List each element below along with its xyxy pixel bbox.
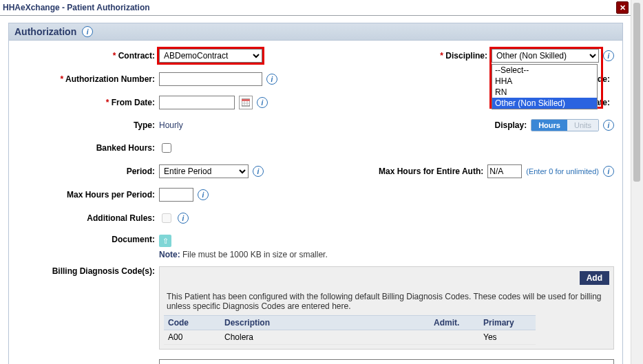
col-primary: Primary: [479, 316, 536, 330]
cell-code: A00: [164, 330, 220, 345]
col-code: Code: [164, 316, 220, 330]
diag-box: Add This Patient has been configured wit…: [159, 266, 614, 350]
info-icon[interactable]: i: [253, 166, 264, 177]
period-select[interactable]: Entire Period: [159, 164, 249, 178]
discipline-dropdown-list[interactable]: --Select-- HHA RN Other (Non Skilled): [492, 64, 598, 109]
discipline-option[interactable]: HHA: [492, 76, 597, 87]
add-button[interactable]: Add: [580, 271, 609, 285]
addrules-checkbox: [162, 213, 171, 223]
info-icon[interactable]: i: [266, 74, 277, 85]
display-hours[interactable]: Hours: [531, 120, 567, 131]
addrules-label: Additional Rules:: [17, 213, 159, 223]
maxentire-input: [487, 164, 522, 178]
discipline-select[interactable]: Other (Non Skilled): [492, 49, 599, 63]
fromdate-input[interactable]: [159, 96, 235, 109]
table-row: A00 Cholera Yes: [164, 330, 536, 345]
info-icon[interactable]: i: [198, 189, 209, 200]
cell-primary: Yes: [479, 330, 536, 345]
period-label: Period:: [17, 167, 159, 176]
authnum-input[interactable]: [159, 72, 262, 86]
banked-label: Banked Hours:: [17, 143, 159, 153]
banked-checkbox[interactable]: [162, 143, 171, 153]
discipline-label: Discipline:: [297, 51, 492, 61]
fromdate-label: From Date:: [17, 98, 159, 107]
col-desc: Description: [220, 316, 430, 330]
display-label: Display:: [297, 120, 531, 130]
panel-title: Authorization: [14, 26, 76, 37]
info-icon[interactable]: i: [82, 26, 93, 37]
type-value: Hourly: [159, 120, 297, 130]
close-icon[interactable]: ✕: [616, 1, 629, 14]
contract-label: Contract:: [17, 51, 159, 61]
mhpp-label: Max Hours per Period:: [17, 190, 159, 200]
display-toggle[interactable]: Hours Units: [531, 119, 599, 131]
cell-desc: Cholera: [220, 330, 430, 345]
authnum-label: Authorization Number:: [17, 74, 159, 84]
maxentire-label: Max Hours for Entire Auth:: [297, 167, 487, 176]
calendar-icon[interactable]: [239, 96, 253, 109]
upload-icon[interactable]: ⇧: [159, 235, 171, 247]
document-note: Note: File must be 1000 KB in size or sm…: [159, 250, 328, 259]
info-icon[interactable]: i: [257, 97, 268, 108]
scrollbar-thumb[interactable]: [633, 3, 640, 182]
info-icon[interactable]: i: [603, 166, 614, 177]
maxentire-hint: (Enter 0 for unlimited): [526, 167, 599, 175]
info-icon[interactable]: i: [603, 120, 614, 131]
diag-table: Code Description Admit. Primary A00 C: [164, 315, 536, 345]
vertical-scrollbar[interactable]: [631, 0, 643, 364]
discipline-option[interactable]: RN: [492, 87, 597, 98]
info-icon[interactable]: i: [603, 50, 614, 61]
discipline-option[interactable]: --Select--: [492, 65, 597, 76]
info-icon[interactable]: i: [178, 213, 189, 224]
cell-admit: [430, 330, 479, 345]
notes-textarea[interactable]: [159, 359, 614, 364]
diag-note: This Patient has been configured with th…: [164, 285, 609, 315]
diag-label: Billing Diagnosis Code(s):: [17, 264, 159, 276]
svg-rect-1: [242, 99, 250, 101]
col-admit: Admit.: [430, 316, 479, 330]
mhpp-input[interactable]: [159, 188, 193, 202]
contract-select[interactable]: ABDemoContract: [159, 49, 262, 63]
type-label: Type:: [17, 120, 159, 130]
window-title: HHAeXchange - Patient Authorization: [3, 3, 616, 12]
display-units[interactable]: Units: [567, 120, 598, 131]
discipline-option[interactable]: Other (Non Skilled): [492, 98, 597, 109]
document-label: Document:: [17, 235, 159, 244]
